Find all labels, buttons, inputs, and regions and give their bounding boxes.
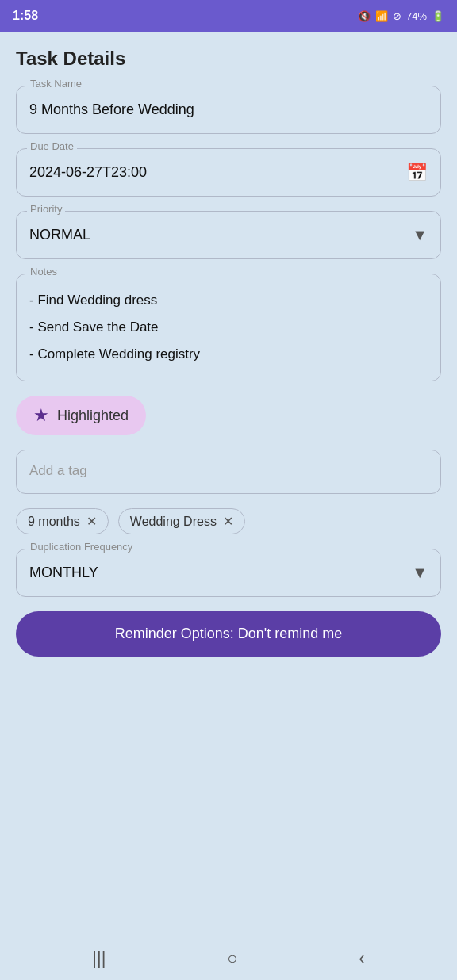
page-header: Task Details: [0, 32, 457, 78]
task-name-input[interactable]: 9 Months Before Wedding: [16, 86, 441, 134]
tags-container: 9 months ✕ Wedding Dress ✕: [16, 508, 441, 534]
duplication-frequency-value: MONTHLY: [29, 562, 98, 584]
duplication-frequency-select[interactable]: MONTHLY ▼: [16, 549, 441, 597]
nav-back-button[interactable]: ‹: [352, 942, 371, 975]
notes-line3: - Complete Wedding registry: [29, 341, 200, 368]
duplication-frequency-field[interactable]: Duplication Frequency MONTHLY ▼: [16, 549, 441, 597]
tag-chip-wedding-dress[interactable]: Wedding Dress ✕: [118, 508, 245, 534]
star-icon: ★: [33, 405, 49, 426]
status-icons: 🔇 📶 ⊘ 74% 🔋: [358, 10, 444, 22]
notes-label: Notes: [27, 266, 60, 278]
content-area: Task Name 9 Months Before Wedding Due Da…: [0, 78, 457, 936]
tag-input-container[interactable]: Add a tag: [16, 450, 441, 494]
nav-menu-button[interactable]: |||: [86, 942, 112, 975]
tag-chip-months[interactable]: 9 months ✕: [16, 508, 109, 534]
chevron-down-icon: ▼: [412, 226, 428, 244]
notes-line2: - Send Save the Date: [29, 314, 200, 341]
status-bar: 1:58 🔇 📶 ⊘ 74% 🔋: [0, 0, 457, 32]
priority-value: NORMAL: [29, 224, 90, 246]
due-date-label: Due Date: [27, 140, 77, 152]
task-name-label: Task Name: [27, 78, 85, 90]
battery-icon: 🔋: [432, 10, 444, 22]
wifi-icon: 📶: [375, 10, 388, 22]
signal-icon: ⊘: [393, 10, 401, 22]
tag-months-label: 9 months: [28, 515, 80, 529]
reminder-button[interactable]: Reminder Options: Don't remind me: [16, 611, 441, 657]
priority-label: Priority: [27, 203, 65, 215]
status-time: 1:58: [13, 9, 38, 23]
tag-wedding-dress-remove[interactable]: ✕: [223, 514, 233, 529]
chevron-down-icon-freq: ▼: [412, 564, 428, 582]
mute-icon: 🔇: [358, 10, 371, 22]
due-date-field[interactable]: Due Date 2024-06-27T23:00 📅: [16, 148, 441, 197]
nav-home-button[interactable]: ○: [221, 942, 244, 975]
calendar-icon[interactable]: 📅: [406, 163, 428, 183]
notes-field[interactable]: Notes - Find Wedding dress - Send Save t…: [16, 274, 441, 381]
due-date-value: 2024-06-27T23:00: [29, 162, 147, 183]
notes-input[interactable]: - Find Wedding dress - Send Save the Dat…: [16, 274, 441, 381]
page-title: Task Details: [16, 48, 441, 70]
tag-months-remove[interactable]: ✕: [86, 514, 97, 529]
battery-level: 74%: [406, 10, 427, 22]
task-name-value: 9 Months Before Wedding: [29, 99, 194, 121]
highlighted-section: ★ Highlighted: [16, 396, 441, 435]
duplication-frequency-label: Duplication Frequency: [27, 541, 136, 553]
due-date-input[interactable]: 2024-06-27T23:00 📅: [16, 148, 441, 197]
tag-input-placeholder: Add a tag: [29, 463, 87, 478]
tag-wedding-dress-label: Wedding Dress: [130, 515, 217, 529]
priority-select[interactable]: NORMAL ▼: [16, 211, 441, 259]
notes-line1: - Find Wedding dress: [29, 287, 200, 314]
highlighted-label: Highlighted: [57, 408, 129, 424]
nav-bar: ||| ○ ‹: [0, 936, 457, 980]
priority-field[interactable]: Priority NORMAL ▼: [16, 211, 441, 259]
highlighted-button[interactable]: ★ Highlighted: [16, 396, 146, 435]
task-name-field[interactable]: Task Name 9 Months Before Wedding: [16, 86, 441, 134]
